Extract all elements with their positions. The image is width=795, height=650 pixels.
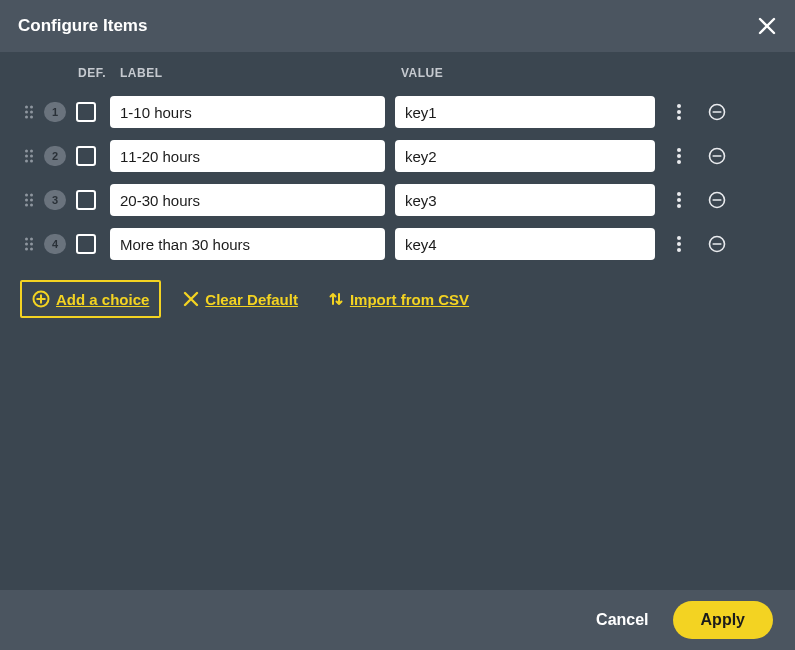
row-menu-button[interactable] xyxy=(669,104,689,120)
svg-point-24 xyxy=(25,199,28,202)
svg-point-26 xyxy=(25,204,28,207)
dialog-footer: Cancel Apply xyxy=(0,590,795,650)
choice-row: 2 xyxy=(20,134,775,178)
svg-point-28 xyxy=(677,192,681,196)
action-buttons-row: Add a choice Clear Default Import from C… xyxy=(20,280,775,318)
value-input[interactable] xyxy=(395,228,655,260)
remove-row-button[interactable] xyxy=(707,146,727,166)
svg-point-4 xyxy=(25,116,28,119)
svg-point-2 xyxy=(25,111,28,114)
kebab-icon xyxy=(677,148,681,164)
dialog-title: Configure Items xyxy=(18,16,147,36)
dialog-body: DEF. LABEL VALUE 1 xyxy=(0,52,795,590)
svg-point-30 xyxy=(677,204,681,208)
drag-icon xyxy=(24,192,34,208)
import-csv-label: Import from CSV xyxy=(350,291,469,308)
choice-row: 4 xyxy=(20,222,775,266)
column-headers: DEF. LABEL VALUE xyxy=(20,66,775,80)
svg-point-0 xyxy=(25,106,28,109)
cancel-button[interactable]: Cancel xyxy=(590,610,654,630)
value-input[interactable] xyxy=(395,96,655,128)
row-index-badge: 4 xyxy=(44,234,66,254)
default-checkbox[interactable] xyxy=(76,102,96,122)
svg-point-27 xyxy=(30,204,33,207)
label-input[interactable] xyxy=(110,184,385,216)
default-checkbox[interactable] xyxy=(76,234,96,254)
add-choice-button[interactable]: Add a choice xyxy=(20,280,161,318)
svg-point-11 xyxy=(25,150,28,153)
header-label: LABEL xyxy=(120,66,395,80)
drag-icon xyxy=(24,104,34,120)
svg-point-13 xyxy=(25,155,28,158)
svg-point-6 xyxy=(677,104,681,108)
svg-point-40 xyxy=(677,242,681,246)
row-index-badge: 3 xyxy=(44,190,66,210)
svg-point-17 xyxy=(677,148,681,152)
svg-point-35 xyxy=(25,243,28,246)
default-checkbox[interactable] xyxy=(76,146,96,166)
svg-point-5 xyxy=(30,116,33,119)
minus-circle-icon xyxy=(708,103,726,121)
svg-point-12 xyxy=(30,150,33,153)
drag-icon xyxy=(24,236,34,252)
minus-circle-icon xyxy=(708,235,726,253)
svg-point-39 xyxy=(677,236,681,240)
svg-point-18 xyxy=(677,154,681,158)
add-choice-label: Add a choice xyxy=(56,291,149,308)
header-default: DEF. xyxy=(78,66,120,80)
configure-items-dialog: Configure Items DEF. LABEL VALUE 1 xyxy=(0,0,795,650)
svg-point-15 xyxy=(25,160,28,163)
svg-point-1 xyxy=(30,106,33,109)
clear-default-label: Clear Default xyxy=(205,291,298,308)
svg-point-7 xyxy=(677,110,681,114)
plus-circle-icon xyxy=(32,290,50,308)
label-input[interactable] xyxy=(110,228,385,260)
row-index-badge: 1 xyxy=(44,102,66,122)
row-menu-button[interactable] xyxy=(669,148,689,164)
row-menu-button[interactable] xyxy=(669,192,689,208)
choice-row: 3 xyxy=(20,178,775,222)
drag-icon xyxy=(24,148,34,164)
apply-button[interactable]: Apply xyxy=(673,601,773,639)
title-bar: Configure Items xyxy=(0,0,795,52)
default-checkbox[interactable] xyxy=(76,190,96,210)
svg-point-3 xyxy=(30,111,33,114)
close-icon xyxy=(758,17,776,35)
row-menu-button[interactable] xyxy=(669,236,689,252)
svg-point-23 xyxy=(30,194,33,197)
remove-row-button[interactable] xyxy=(707,234,727,254)
value-input[interactable] xyxy=(395,184,655,216)
svg-point-38 xyxy=(30,248,33,251)
minus-circle-icon xyxy=(708,147,726,165)
svg-point-16 xyxy=(30,160,33,163)
close-button[interactable] xyxy=(753,12,781,40)
svg-point-14 xyxy=(30,155,33,158)
drag-handle[interactable] xyxy=(20,148,38,164)
svg-point-36 xyxy=(30,243,33,246)
label-input[interactable] xyxy=(110,140,385,172)
svg-point-22 xyxy=(25,194,28,197)
clear-default-button[interactable]: Clear Default xyxy=(175,285,306,314)
row-index-badge: 2 xyxy=(44,146,66,166)
svg-point-33 xyxy=(25,238,28,241)
import-csv-button[interactable]: Import from CSV xyxy=(320,285,477,314)
kebab-icon xyxy=(677,192,681,208)
svg-point-25 xyxy=(30,199,33,202)
svg-point-8 xyxy=(677,116,681,120)
kebab-icon xyxy=(677,104,681,120)
remove-row-button[interactable] xyxy=(707,102,727,122)
remove-row-button[interactable] xyxy=(707,190,727,210)
svg-point-19 xyxy=(677,160,681,164)
svg-point-29 xyxy=(677,198,681,202)
value-input[interactable] xyxy=(395,140,655,172)
drag-handle[interactable] xyxy=(20,104,38,120)
kebab-icon xyxy=(677,236,681,252)
label-input[interactable] xyxy=(110,96,385,128)
drag-handle[interactable] xyxy=(20,192,38,208)
rows-container: 1 2 xyxy=(20,90,775,266)
import-export-icon xyxy=(328,291,344,307)
svg-point-34 xyxy=(30,238,33,241)
x-icon xyxy=(183,291,199,307)
header-value: VALUE xyxy=(395,66,655,80)
drag-handle[interactable] xyxy=(20,236,38,252)
